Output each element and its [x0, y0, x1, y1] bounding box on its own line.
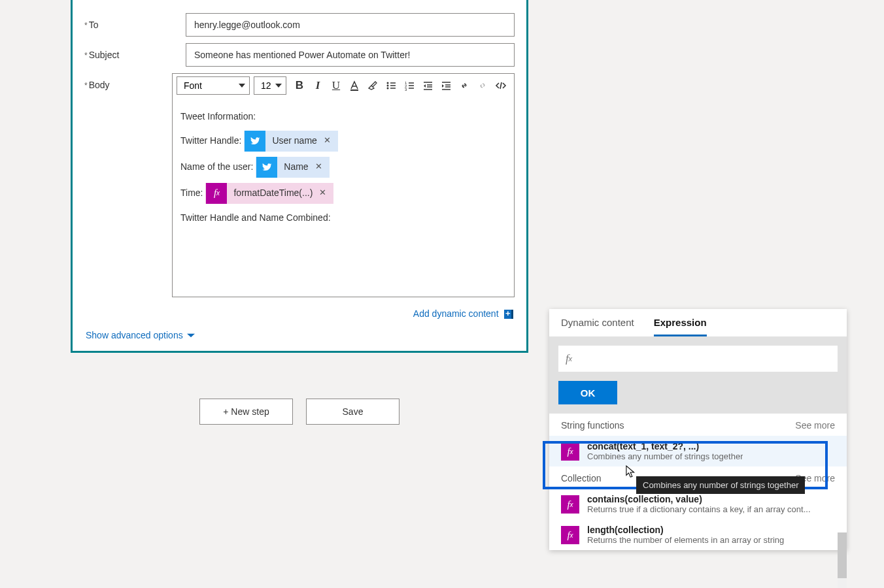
token-label: User name [265, 132, 322, 150]
body-text: Time: [180, 184, 203, 202]
body-editor-wrapper: Font 12 B I U 123 Tweet Information: Twi… [172, 73, 515, 297]
svg-text:3: 3 [405, 88, 407, 91]
function-concat[interactable]: fx concat(text_1, text_2?, ...) Combines… [549, 436, 847, 466]
numbered-list-button[interactable]: 123 [400, 76, 418, 95]
fx-icon: fx [206, 183, 227, 204]
svg-point-2 [387, 85, 389, 87]
body-editor[interactable]: Tweet Information: Twitter Handle: User … [173, 97, 514, 297]
unlink-button[interactable] [473, 76, 492, 95]
body-text: Twitter Handle: [180, 132, 241, 150]
token-user-name[interactable]: User name ✕ [244, 131, 337, 152]
highlight-button[interactable] [364, 76, 382, 95]
body-text: Name of the user: [180, 158, 253, 176]
new-step-button[interactable]: + New step [199, 399, 293, 425]
svg-point-3 [387, 88, 389, 90]
fx-icon: fx [558, 346, 579, 372]
function-title: length(collection) [587, 525, 784, 535]
function-description: Returns the number of elements in an arr… [587, 535, 784, 545]
body-text: Twitter Handle and Name Combined: [180, 209, 331, 227]
code-view-button[interactable] [492, 76, 510, 95]
token-name[interactable]: Name ✕ [256, 157, 329, 178]
save-button[interactable]: Save [306, 399, 400, 425]
body-text: Tweet Information: [180, 108, 256, 125]
expression-area: fx OK [549, 336, 847, 414]
token-label: formatDateTime(...) [227, 184, 318, 202]
rich-text-toolbar: Font 12 B I U 123 [173, 74, 514, 97]
field-row-subject: *Subject [84, 43, 515, 67]
flow-buttons-row: + New step Save [71, 399, 528, 425]
panel-tabs: Dynamic content Expression [549, 309, 847, 336]
twitter-icon [245, 131, 265, 152]
token-remove-icon[interactable]: ✕ [318, 185, 333, 201]
token-formatdatetime[interactable]: fx formatDateTime(...) ✕ [205, 183, 333, 204]
show-advanced-options[interactable]: Show advanced options [84, 319, 515, 343]
bullet-list-button[interactable] [382, 76, 400, 95]
see-more-link[interactable]: See more [795, 420, 835, 431]
to-input[interactable] [186, 13, 515, 37]
section-string-functions: String functions See more [549, 414, 847, 436]
section-title: String functions [561, 420, 624, 431]
outdent-button[interactable] [418, 76, 437, 95]
twitter-icon [256, 157, 277, 178]
to-label: *To [84, 13, 186, 30]
token-label: Name [277, 158, 313, 176]
indent-button[interactable] [437, 76, 455, 95]
svg-point-1 [387, 82, 389, 84]
function-title: concat(text_1, text_2?, ...) [587, 441, 743, 451]
email-action-card: *To *Subject *Body Font 12 B I U 123 [71, 0, 528, 353]
expression-input-wrapper: fx [558, 346, 838, 372]
tab-dynamic-content[interactable]: Dynamic content [561, 317, 634, 336]
function-title: contains(collection, value) [587, 494, 811, 504]
subject-input[interactable] [186, 43, 515, 67]
section-title: Collection [561, 473, 601, 483]
link-button[interactable] [455, 76, 473, 95]
add-dynamic-content-row: Add dynamic content [84, 304, 515, 319]
function-length[interactable]: fx length(collection) Returns the number… [549, 519, 847, 550]
add-dynamic-content-link[interactable]: Add dynamic content [413, 308, 499, 319]
body-label: *Body [84, 73, 172, 90]
scrollbar-thumb[interactable] [838, 532, 847, 578]
ok-button[interactable]: OK [558, 381, 617, 404]
dynamic-content-panel: Dynamic content Expression fx OK String … [549, 309, 847, 550]
italic-button[interactable]: I [309, 76, 327, 95]
fx-icon: fx [561, 526, 579, 544]
caret-down-icon [275, 84, 282, 88]
function-description: Combines any number of strings together [587, 451, 743, 461]
panel-scrollbar[interactable] [838, 532, 847, 588]
fx-icon: fx [561, 495, 579, 514]
subject-label: *Subject [84, 43, 186, 60]
bold-button[interactable]: B [290, 76, 309, 95]
font-select[interactable]: Font [177, 76, 250, 95]
advanced-label: Show advanced options [86, 330, 183, 340]
fx-icon: fx [561, 442, 579, 461]
expression-input[interactable] [579, 346, 838, 372]
plus-icon[interactable] [504, 310, 513, 319]
caret-down-icon [239, 84, 245, 88]
function-description: Returns true if a dictionary contains a … [587, 504, 811, 514]
tab-expression[interactable]: Expression [654, 317, 707, 336]
underline-button[interactable]: U [327, 76, 345, 95]
token-remove-icon[interactable]: ✕ [314, 159, 329, 175]
field-row-body: *Body Font 12 B I U 123 Tweet Informatio… [84, 73, 515, 297]
field-row-to: *To [84, 13, 515, 37]
chevron-down-icon [187, 333, 195, 337]
token-remove-icon[interactable]: ✕ [322, 133, 337, 149]
tooltip: Combines any number of strings together [636, 476, 805, 494]
svg-rect-0 [350, 90, 358, 91]
font-size-select[interactable]: 12 [254, 76, 286, 95]
font-color-button[interactable] [345, 76, 364, 95]
